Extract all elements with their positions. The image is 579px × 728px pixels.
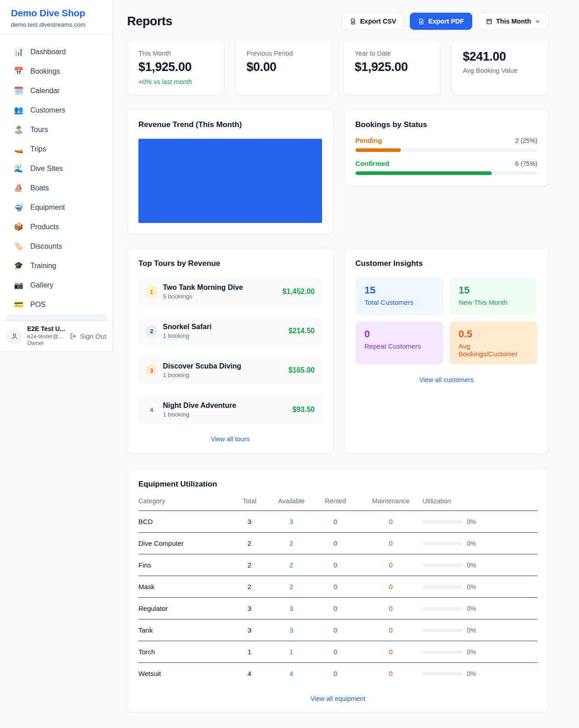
people-icon: 👥: [14, 105, 24, 115]
export-csv-label: Export CSV: [360, 18, 396, 25]
cell-category: Regulator: [138, 605, 228, 612]
cell-rented: 0: [312, 539, 359, 547]
revenue-trend-card: Revenue Trend (This Month): [127, 109, 333, 234]
sidebar-item-pos[interactable]: 💳 POS: [0, 295, 113, 314]
cell-maintenance: 0: [359, 539, 422, 547]
utilization-bar: [422, 607, 462, 610]
user-role: Owner: [27, 340, 65, 347]
credit-card-icon: 💳: [14, 300, 24, 309]
utilization-bar: [422, 585, 462, 589]
cell-category: Tank: [138, 626, 228, 634]
table-row: Fins 2 2 0 0 0%: [138, 554, 537, 576]
tour-bookings: 1 booking: [163, 411, 236, 418]
tour-name: Night Dive Adventure: [163, 402, 236, 410]
table-row: BCD 3 3 0 0 0%: [138, 511, 537, 533]
tour-revenue: $165.00: [289, 366, 315, 374]
sidebar-item-discounts[interactable]: 🏷️ Discounts: [0, 236, 113, 256]
stat-card-avg-booking-value: $241.00 Avg Booking Value: [451, 40, 549, 95]
tile-label: New This Month: [459, 298, 528, 306]
sidebar-item-label: Dashboard: [30, 48, 66, 56]
shop-name: Demo Dive Shop: [11, 8, 102, 19]
table-row: Wetsuit 4 4 0 0 0%: [138, 663, 537, 684]
tour-revenue: $93.50: [293, 406, 315, 414]
tile-value: 0: [365, 328, 434, 340]
file-download-icon: [350, 18, 356, 25]
sidebar-item-tours[interactable]: 🏝️ Tours: [0, 120, 113, 139]
sidebar-item-dive-sites[interactable]: 🌊 Dive Sites: [0, 159, 113, 178]
equipment-utilization-card: Equipment Utilization Category Total Ava…: [127, 468, 549, 713]
cell-category: Mask: [138, 583, 228, 591]
cell-rented: 0: [312, 583, 359, 591]
cell-total: 3: [228, 605, 271, 612]
cell-total: 4: [228, 670, 271, 677]
progress-track: [356, 171, 538, 175]
utilization-pct: 0%: [467, 627, 476, 634]
table-row: Regulator 3 3 0 0 0%: [138, 598, 537, 619]
export-csv-button[interactable]: Export CSV: [342, 13, 404, 30]
col-header-total: Total: [228, 497, 271, 505]
tile-avg-bookings-customer: 0.5 Avg Bookings/Customer: [450, 321, 537, 364]
cell-available: 2: [271, 561, 312, 569]
table-row: Mask 2 2 0 0 0%: [138, 576, 537, 598]
utilization-pct: 0%: [467, 648, 476, 656]
sailboat-icon: ⛵: [14, 183, 24, 193]
period-dropdown[interactable]: This Month: [478, 13, 549, 30]
cell-maintenance: 0: [359, 605, 422, 612]
rank-badge: 3: [146, 364, 157, 376]
tour-bookings: 1 booking: [163, 372, 241, 378]
sidebar-item-products[interactable]: 📦 Products: [0, 217, 113, 236]
cell-maintenance: 0: [359, 648, 422, 656]
cell-maintenance: 0: [359, 626, 422, 634]
tour-row: 3 Discover Scuba Diving 1 booking $165.0…: [138, 356, 322, 384]
view-all-equipment-link[interactable]: View all equipment: [138, 695, 537, 702]
charts-row: Revenue Trend (This Month) Bookings by S…: [127, 109, 549, 234]
sidebar-item-customers[interactable]: 👥 Customers: [0, 100, 113, 120]
sidebar-item-training[interactable]: 🎓 Training: [0, 256, 113, 275]
utilization-pct: 0%: [467, 583, 476, 591]
stat-label: This Month: [138, 50, 213, 57]
status-count: 6 (75%): [515, 160, 537, 167]
sidebar-item-label: Bookings: [30, 67, 60, 76]
view-all-tours-link[interactable]: View all tours: [138, 435, 322, 443]
cell-total: 2: [228, 583, 271, 591]
stat-label: Avg Booking Value: [463, 67, 537, 74]
export-pdf-button[interactable]: Export PDF: [410, 13, 472, 30]
sidebar-item-gallery[interactable]: 📷 Gallery: [0, 275, 113, 295]
status-row-confirmed: Confirmed 6 (75%): [356, 160, 538, 175]
active-nav-pill-partial: [5, 315, 107, 321]
progress-track: [356, 148, 538, 152]
sidebar-item-dashboard[interactable]: 📊 Dashboard: [0, 42, 113, 61]
equipment-table-header: Category Total Available Rented Maintena…: [138, 497, 537, 511]
sidebar-item-label: Dive Sites: [30, 165, 63, 173]
cell-utilization: 0%: [422, 670, 537, 677]
cell-maintenance: 0: [359, 561, 422, 569]
top-tours-title: Top Tours by Revenue: [138, 259, 322, 268]
col-header-utilization: Utilization: [422, 497, 537, 505]
tile-label: Total Customers: [365, 298, 434, 306]
sign-out-button[interactable]: Sign Out: [70, 332, 106, 340]
sidebar-item-boats[interactable]: ⛵ Boats: [0, 178, 113, 198]
tour-revenue: $1,452.00: [282, 288, 314, 296]
page-title: Reports: [127, 14, 172, 28]
utilization-pct: 0%: [467, 562, 476, 569]
view-all-customers-link[interactable]: View all customers: [356, 376, 538, 383]
equipment-utilization-title: Equipment Utilization: [138, 480, 537, 489]
sidebar-item-equipment[interactable]: 🤿 Equipment: [0, 198, 113, 217]
sidebar-item-calendar[interactable]: 🗓️ Calendar: [0, 81, 113, 100]
rank-badge: 4: [146, 404, 157, 416]
calendar-date-icon: 📅: [14, 66, 24, 76]
tile-total-customers: 15 Total Customers: [356, 278, 443, 315]
shop-domain: demo.test.divestreams.com: [11, 21, 102, 28]
cell-maintenance: 0: [359, 670, 422, 677]
sidebar-item-label: Equipment: [30, 203, 65, 212]
user-section: E2E Test U... e2e-tester@... Owner Sign …: [0, 321, 113, 351]
sidebar-item-bookings[interactable]: 📅 Bookings: [0, 61, 113, 81]
tour-row: 2 Snorkel Safari 1 booking $214.50: [138, 317, 322, 345]
sidebar-item-trips[interactable]: 🚤 Trips: [0, 139, 113, 159]
utilization-pct: 0%: [467, 518, 476, 525]
cell-utilization: 0%: [422, 562, 537, 569]
utilization-bar: [422, 542, 462, 545]
person-icon: [10, 332, 19, 340]
tour-row: 1 Two Tank Morning Dive 5 bookings $1,45…: [138, 278, 322, 306]
cell-maintenance: 0: [359, 583, 422, 591]
